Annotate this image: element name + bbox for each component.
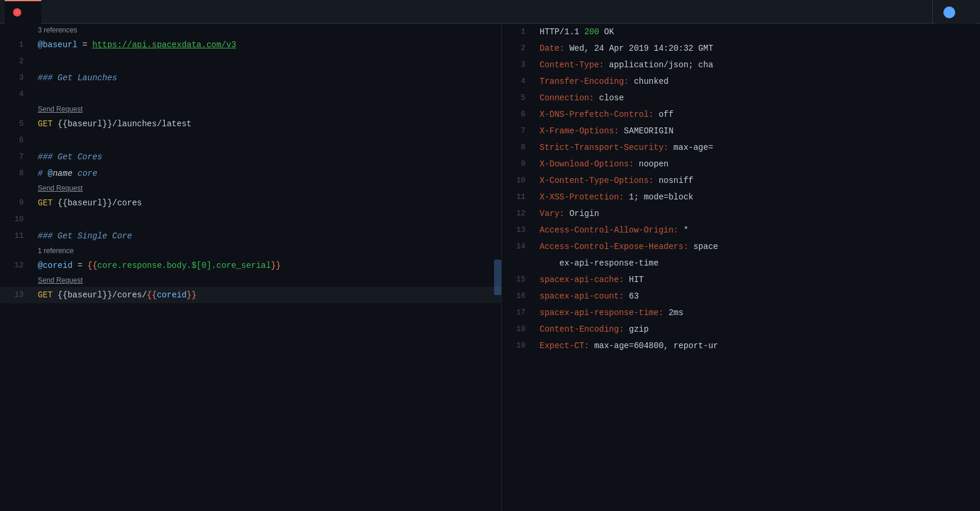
editor-tab[interactable] xyxy=(5,0,41,24)
code-token: GET xyxy=(38,198,53,208)
response-token: Origin xyxy=(564,209,599,218)
editor-panel: 3 references1@baseurl = https://api.spac… xyxy=(0,24,502,511)
response-line-number: 6 xyxy=(502,106,537,123)
response-token: Content-Encoding: xyxy=(540,325,624,334)
response-token: 2ms xyxy=(664,308,684,317)
line-number: 10 xyxy=(0,211,35,228)
response-token: X-DNS-Prefetch-Control: xyxy=(540,110,654,119)
code-line: 3### Get Launches xyxy=(0,70,501,86)
response-line-number: 19 xyxy=(502,338,537,354)
response-token: nosniff xyxy=(654,176,693,185)
response-line: 3Content-Type: application/json; cha xyxy=(502,57,980,73)
code-line-empty: 2 xyxy=(0,53,501,70)
response-tab[interactable] xyxy=(935,0,975,24)
response-line-number: 2 xyxy=(502,40,537,57)
response-line: 2Date: Wed, 24 Apr 2019 14:20:32 GMT xyxy=(502,40,980,57)
response-line-content: Access-Control-Allow-Origin: * xyxy=(537,222,980,238)
code-line: 12@coreid = {{core.response.body.$[0].co… xyxy=(0,257,501,274)
code-line: 7### Get Cores xyxy=(0,149,501,165)
meta-line: 3 references xyxy=(0,24,501,37)
main-content: 3 references1@baseurl = https://api.spac… xyxy=(0,24,980,511)
response-token: max-age=604800, report-ur xyxy=(589,341,718,351)
response-token: SAMEORIGIN xyxy=(619,126,673,136)
response-line-number: 5 xyxy=(502,90,537,106)
code-line: 9GET {{baseurl}}/cores xyxy=(0,195,501,211)
code-token: = xyxy=(77,40,92,50)
line-content: GET {{baseurl}}/cores xyxy=(35,195,501,211)
response-panel: 1HTTP/1.1 200 OK2Date: Wed, 24 Apr 2019 … xyxy=(502,24,980,511)
line-number: 13 xyxy=(0,287,35,303)
response-line-number: 15 xyxy=(502,271,537,288)
code-token: {{baseurl}}/launches/latest xyxy=(53,119,191,129)
meta-line[interactable]: Send Request xyxy=(0,182,501,195)
code-line-empty: 10 xyxy=(0,211,501,228)
response-token: spacex-api-count: xyxy=(540,291,624,301)
response-line: ex-api-response-time xyxy=(502,255,980,271)
response-token: OK xyxy=(599,27,614,37)
response-line-number: 3 xyxy=(502,57,537,73)
meta-line[interactable]: Send Request xyxy=(0,274,501,287)
tab-bar xyxy=(0,0,980,24)
response-token: spacex-api-cache: xyxy=(540,275,624,284)
response-token: space xyxy=(688,242,718,251)
code-token: core.response.body.$[0].core_serial xyxy=(97,261,271,270)
response-line-content: spacex-api-cache: HIT xyxy=(537,271,980,288)
line-number: 7 xyxy=(0,149,35,165)
response-line-content: X-XSS-Protection: 1; mode=block xyxy=(537,189,980,205)
response-token: Content-Type: xyxy=(540,60,604,70)
line-content: @coreid = {{core.response.body.$[0].core… xyxy=(35,257,501,274)
response-token: off xyxy=(654,110,674,119)
line-number: 12 xyxy=(0,257,35,274)
response-line: 12Vary: Origin xyxy=(502,205,980,222)
code-token: {{ xyxy=(87,261,97,270)
send-request-link[interactable]: Send Request xyxy=(38,276,83,284)
code-line-empty: 4 xyxy=(0,86,501,103)
send-request-link[interactable]: Send Request xyxy=(38,105,83,113)
code-token: # xyxy=(38,169,48,178)
response-line-number: 17 xyxy=(502,304,537,321)
response-line-number: 11 xyxy=(502,189,537,205)
code-token: core xyxy=(77,169,97,178)
editor-content: 3 references1@baseurl = https://api.spac… xyxy=(0,24,501,511)
response-line: 17spacex-api-response-time: 2ms xyxy=(502,304,980,321)
line-content: GET {{baseurl}}/launches/latest xyxy=(35,116,501,132)
response-token: Strict-Transport-Security: xyxy=(540,143,668,152)
response-token: Date: xyxy=(540,44,564,53)
response-line-content: X-DNS-Prefetch-Control: off xyxy=(537,106,980,123)
line-number: 4 xyxy=(0,86,35,103)
response-token: Access-Control-Expose-Headers: xyxy=(540,242,688,251)
code-line-empty: 6 xyxy=(0,132,501,149)
line-number: 6 xyxy=(0,132,35,149)
code-line: 11### Get Single Core xyxy=(0,228,501,244)
response-token: Connection: xyxy=(540,93,594,103)
response-line: 13Access-Control-Allow-Origin: * xyxy=(502,222,980,238)
response-token: X-Frame-Options: xyxy=(540,126,619,136)
send-request-link[interactable]: Send Request xyxy=(38,184,83,192)
response-line-content: X-Content-Type-Options: nosniff xyxy=(537,172,980,189)
response-token: 200 xyxy=(584,27,599,37)
response-line-content: spacex-api-response-time: 2ms xyxy=(537,304,980,321)
response-line-content: HTTP/1.1 200 OK xyxy=(537,24,980,40)
code-token: {{baseurl}}/cores/ xyxy=(53,290,147,300)
code-token: coreid xyxy=(157,290,187,300)
meta-line[interactable]: Send Request xyxy=(0,103,501,116)
response-line: 1HTTP/1.1 200 OK xyxy=(502,24,980,40)
code-line: 1@baseurl = https://api.spacexdata.com/v… xyxy=(0,37,501,53)
response-line-content: Date: Wed, 24 Apr 2019 14:20:32 GMT xyxy=(537,40,980,57)
response-line-content: Content-Type: application/json; cha xyxy=(537,57,980,73)
code-line: 13GET {{baseurl}}/cores/{{coreid}} xyxy=(0,287,501,303)
line-content: # @name core xyxy=(35,165,501,182)
response-token: X-Download-Options: xyxy=(540,159,634,169)
response-token: Vary: xyxy=(540,209,564,218)
response-token: Expect-CT: xyxy=(540,341,589,351)
code-token: ### Get Cores xyxy=(38,152,102,162)
line-number: 5 xyxy=(0,116,35,132)
response-token: noopen xyxy=(634,159,669,169)
code-token: {{baseurl}}/cores xyxy=(53,198,142,208)
response-line: 14Access-Control-Expose-Headers: space xyxy=(502,238,980,255)
code-token: }} xyxy=(187,290,197,300)
response-line: 19Expect-CT: max-age=604800, report-ur xyxy=(502,338,980,354)
response-line-content: Connection: close xyxy=(537,90,980,106)
response-token: chunked xyxy=(629,77,668,86)
response-line: 10X-Content-Type-Options: nosniff xyxy=(502,172,980,189)
